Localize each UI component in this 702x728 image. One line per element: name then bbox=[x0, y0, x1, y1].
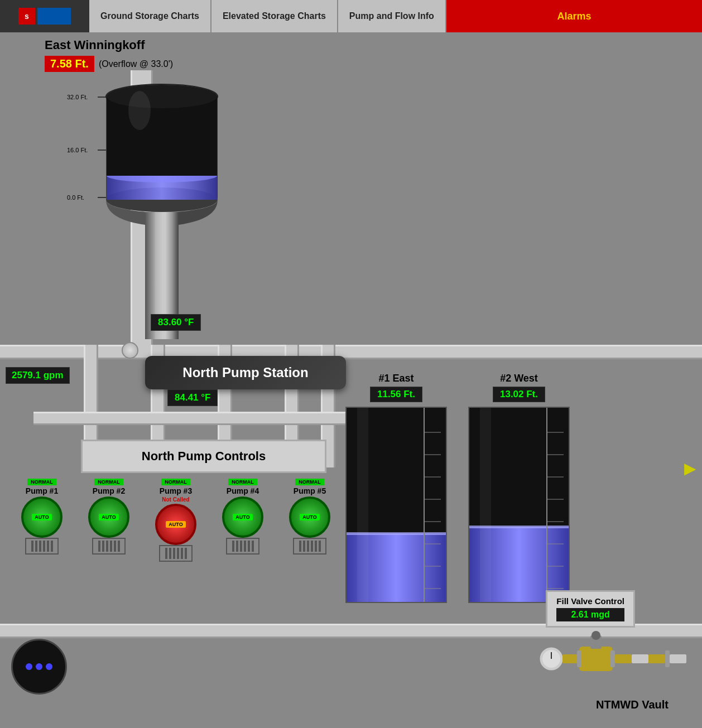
pump-1-line-5 bbox=[47, 541, 49, 552]
fill-valve-box[interactable]: Fill Valve Control 2.61 mgd bbox=[546, 590, 635, 628]
pump-unit-5: NORMAL Pump #5 AUTO bbox=[279, 479, 340, 562]
pump-3-line-5 bbox=[181, 548, 183, 559]
pump-2-base bbox=[92, 538, 126, 555]
pump-3-base bbox=[159, 545, 193, 562]
pump-3-sublabel: Not Called bbox=[162, 496, 189, 503]
pump-5-body[interactable]: AUTO bbox=[289, 496, 330, 538]
svg-rect-54 bbox=[648, 654, 665, 663]
pump-5-base-lines bbox=[299, 541, 321, 552]
svg-point-10 bbox=[128, 91, 151, 130]
dot-1 bbox=[26, 663, 32, 670]
logo-blue-box bbox=[37, 8, 71, 25]
tank-1-visual: 32.0 Ft. 16.0 Ft. 0.0 Ft. bbox=[343, 404, 449, 605]
pump-controls-label: North Pump Controls bbox=[81, 440, 326, 473]
pump-5-line-3 bbox=[307, 541, 309, 552]
pump-5-line-5 bbox=[315, 541, 317, 552]
pump-3-label: Pump #3 bbox=[160, 486, 192, 495]
svg-rect-26 bbox=[357, 408, 368, 602]
pump-4-label: Pump #4 bbox=[227, 486, 259, 495]
pump-unit-2: NORMAL Pump #2 AUTO bbox=[78, 479, 140, 562]
pump-1-body[interactable]: AUTO bbox=[21, 496, 62, 538]
tank-2-svg bbox=[466, 404, 572, 605]
pump-1-label: Pump #1 bbox=[26, 486, 58, 495]
logo-letter: s bbox=[25, 12, 29, 21]
pump-3-auto: AUTO bbox=[166, 521, 185, 528]
tank-2-label: #2 West bbox=[500, 373, 538, 384]
pump-5-label: Pump #5 bbox=[294, 486, 326, 495]
pump-5-base bbox=[293, 538, 326, 555]
svg-rect-46 bbox=[562, 654, 579, 663]
pump-2-line-2 bbox=[102, 541, 104, 552]
pump-1-base-lines bbox=[31, 541, 53, 552]
pump-unit-4: NORMAL Pump #4 AUTO bbox=[212, 479, 273, 562]
valve-area bbox=[535, 631, 691, 700]
pump-4-line-4 bbox=[244, 541, 246, 552]
svg-point-9 bbox=[107, 85, 217, 108]
pump-2-line-6 bbox=[118, 541, 120, 552]
cursor-indicator: ▶ bbox=[684, 459, 696, 478]
pump-3-line-6 bbox=[185, 548, 187, 559]
pump-1-line-4 bbox=[43, 541, 45, 552]
tank-1-label: #1 East bbox=[378, 373, 413, 384]
pump-2-label: Pump #2 bbox=[93, 486, 125, 495]
storage-tanks-section: #1 East 11.56 Ft. 32.0 Ft. 16.0 Ft. 0.0 … bbox=[340, 373, 575, 605]
pump-4-line-3 bbox=[240, 541, 242, 552]
svg-rect-52 bbox=[615, 654, 632, 663]
pump-1-auto: AUTO bbox=[32, 514, 51, 520]
tank-1-east: #1 East 11.56 Ft. 32.0 Ft. 16.0 Ft. 0.0 … bbox=[340, 373, 452, 605]
pump-1-line-6 bbox=[51, 541, 53, 552]
pump-2-auto: AUTO bbox=[99, 514, 118, 520]
pump-station-label: North Pump Station bbox=[145, 356, 346, 389]
pumps-row: NORMAL Pump #1 AUTO NORMAL Pump #2 bbox=[11, 479, 340, 562]
pump-5-line-2 bbox=[303, 541, 305, 552]
ntmwd-label: NTMWD Vault bbox=[596, 698, 669, 711]
menu-circle[interactable] bbox=[11, 639, 67, 695]
main-content: East Winningkoff 7.58 Ft. (Overflow @ 33… bbox=[0, 32, 702, 728]
tank-1-svg bbox=[343, 404, 449, 605]
flow-rate-display: 2579.1 gpm bbox=[6, 367, 70, 384]
logo-area: s bbox=[0, 0, 89, 32]
svg-rect-55 bbox=[665, 650, 670, 667]
svg-rect-53 bbox=[632, 654, 648, 663]
pump-4-body[interactable]: AUTO bbox=[222, 496, 263, 538]
pump-1-status: NORMAL bbox=[27, 479, 56, 485]
pump-3-line-2 bbox=[169, 548, 171, 559]
tab-ground-storage[interactable]: Ground Storage Charts bbox=[89, 0, 211, 32]
pump-2-line-5 bbox=[114, 541, 116, 552]
svg-rect-8 bbox=[107, 97, 217, 176]
tower-temp-display: 83.60 °F bbox=[151, 314, 201, 331]
pump-connect-pipe-top bbox=[33, 412, 346, 425]
pump-2-line-1 bbox=[98, 541, 100, 552]
pump-4-base-lines bbox=[232, 541, 254, 552]
top-navigation: s Ground Storage Charts Elevated Storage… bbox=[0, 0, 702, 32]
pump-2-base-lines bbox=[98, 541, 120, 552]
pump-3-base-lines bbox=[165, 548, 187, 559]
gauge-label-32: 32.0 Ft. bbox=[67, 94, 88, 100]
pump-1-line-1 bbox=[31, 541, 33, 552]
pump-3-line-1 bbox=[165, 548, 167, 559]
pump-3-body[interactable]: AUTO bbox=[155, 504, 196, 545]
tower-section: East Winningkoff 7.58 Ft. (Overflow @ 33… bbox=[45, 38, 257, 78]
pump-1-base bbox=[25, 538, 59, 555]
gauge-label-0: 0.0 Ft. bbox=[67, 194, 84, 201]
pump-4-status: NORMAL bbox=[228, 479, 257, 485]
tower-svg bbox=[95, 60, 234, 339]
tower-visual: 32.0 Ft. 16.0 Ft. 0.0 Ft. bbox=[67, 60, 229, 350]
pump-3-line-3 bbox=[173, 548, 175, 559]
tab-alarms[interactable]: Alarms bbox=[446, 0, 702, 32]
pump-1-line-3 bbox=[39, 541, 41, 552]
svg-rect-41 bbox=[480, 408, 491, 602]
dot-3 bbox=[46, 663, 52, 670]
pump-2-body[interactable]: AUTO bbox=[88, 496, 129, 538]
pump-4-line-5 bbox=[248, 541, 250, 552]
pump-5-line-1 bbox=[299, 541, 301, 552]
tab-elevated-storage[interactable]: Elevated Storage Charts bbox=[211, 0, 338, 32]
tank-2-west: #2 West 13.02 Ft. 32.0 Ft. 16.0 Ft. 0.0 … bbox=[463, 373, 575, 605]
pump-5-line-6 bbox=[319, 541, 321, 552]
pump-4-line-6 bbox=[252, 541, 254, 552]
tab-pump-flow[interactable]: Pump and Flow Info bbox=[338, 0, 446, 32]
tank-2-value: 13.02 Ft. bbox=[493, 387, 545, 402]
fill-valve-value: 2.61 mgd bbox=[556, 608, 624, 621]
valve-svg bbox=[535, 631, 691, 698]
main-temp-display: 84.41 °F bbox=[167, 389, 218, 406]
